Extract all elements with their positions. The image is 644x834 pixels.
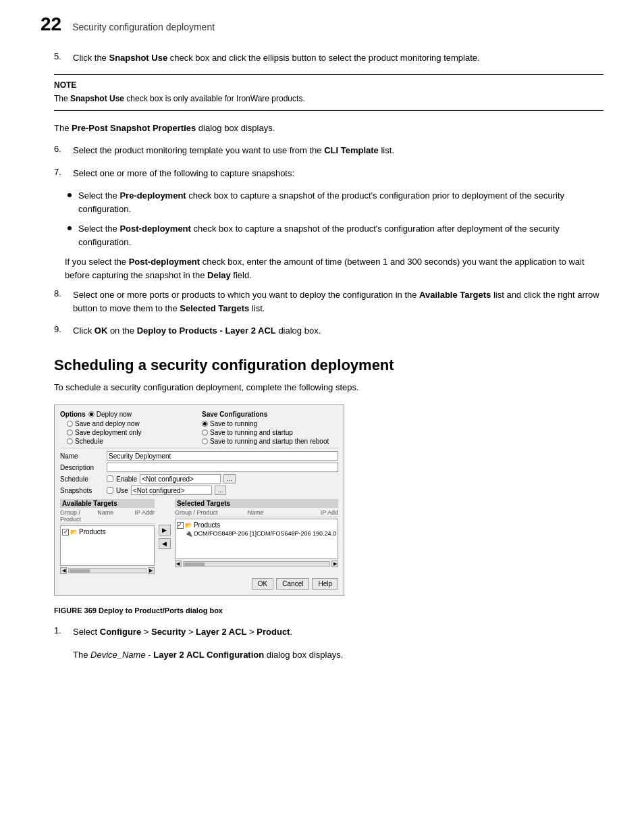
new-step-1-number: 1. [54,625,65,635]
options-label: Options [60,411,86,418]
description-input[interactable] [107,463,338,472]
schedule-row: Schedule Enable ... [60,474,338,484]
radio-save-reboot-item: Save to running and startup then reboot [202,438,338,445]
pre-post-ref: The Pre-Post Snapshot Properties dialog … [54,122,603,135]
selected-targets-cols: Group / Product Name IP Add [175,509,338,517]
dialog-divider-1 [60,448,338,448]
step-8: 8. Select one or more ports or products … [54,288,603,315]
new-step-1: 1. Select Configure > Security > Layer 2… [54,625,603,639]
configure-term: Configure [100,627,141,637]
snapshots-value-input[interactable] [131,486,212,495]
snapshots-row: Snapshots Use ... [60,486,338,495]
snapshots-label: Snapshots [60,487,104,494]
schedule-enable-checkbox[interactable] [107,475,113,482]
step-9-number: 9. [54,324,65,334]
radio-save-running-item: Save to running [202,420,338,427]
move-left-btn[interactable]: ◀ [159,538,171,549]
ok-button[interactable]: OK [252,578,273,590]
sel-scroll-left[interactable]: ◀ [175,561,182,567]
step-6-text: Select the product monitoring template y… [73,144,603,157]
content-section: 5. Click the Snapshot Use check box and … [54,51,603,661]
move-right-btn[interactable]: ▶ [159,525,171,536]
bullet-dot-2 [68,226,72,230]
step-6-number: 6. [54,144,65,154]
name-input[interactable] [107,451,338,461]
selected-products-label: Products [194,521,220,529]
figure-caption: FIGURE 369 Deploy to Product/Ports dialo… [54,606,603,615]
radio-save-running-label: Save to running [210,420,257,427]
selected-targets-title: Selected Targets [175,499,338,508]
available-products-item: ✓ 📂 Products [62,527,153,536]
selected-sub-icon: 🔌 [185,530,192,537]
sel-scrollbar[interactable] [183,561,330,567]
device-name-italic: Device_Name [90,650,146,660]
available-products-checkbox[interactable]: ✓ [62,529,69,536]
radio-deploy-now[interactable] [88,411,95,417]
radio-deploy-now-label: Deploy now [97,411,132,418]
description-label: Description [60,464,104,471]
layer2-acl-config-term: Layer 2 ACL Configuration [153,650,264,660]
radio-save-startup[interactable] [202,429,208,436]
cli-template-term: CLI Template [324,145,379,155]
targets-area: Available Targets Group / Product Name I… [60,499,338,574]
avail-col-ip: IP Addr [135,509,155,523]
bullet-list: Select the Pre-deployment check box to c… [68,189,603,249]
avail-scrollbar-thumb [70,569,90,573]
step-5-text: Click the Snapshot Use check box and cli… [73,51,603,65]
radio-save-reboot[interactable] [202,438,208,444]
name-row: Name [60,451,338,461]
radio-save-running[interactable] [202,421,208,427]
step-5: 5. Click the Snapshot Use check box and … [54,51,603,65]
schedule-ellipsis-btn[interactable]: ... [223,474,236,484]
avail-scrollbar[interactable] [68,568,146,573]
avail-col-group: Group / Product [60,509,95,523]
dialog-screenshot: Options Deploy now Save and deploy now S… [54,405,344,596]
snapshots-use-checkbox[interactable] [107,487,113,494]
radio-schedule-item: Schedule [67,438,195,445]
selected-targets-panel: ✓ 📂 Products 🔌 DCM/FOS848P-206 [1]CDM/FO… [175,519,338,559]
step-5-number: 5. [54,51,65,61]
chapter-title: Security configuration deployment [72,22,215,32]
note-text: The Snapshot Use check box is only avail… [54,93,603,105]
layer2-acl-term: Layer 2 ACL [196,627,246,637]
sub-paragraph: If you select the Post-deployment check … [65,255,603,282]
sel-scrollbar-row: ◀ ▶ [175,561,338,567]
sel-scroll-right[interactable]: ▶ [331,561,338,567]
avail-scroll-left[interactable]: ◀ [60,567,67,574]
save-configs-label: Save Configurations [202,411,338,418]
bullet-item-1: Select the Pre-deployment check box to c… [68,189,603,215]
selected-sub-label: DCM/FOS848P-206 [1]CDM/FOS648P-206 190.2… [194,530,336,537]
radio-schedule[interactable] [67,438,73,444]
help-button[interactable]: Help [312,578,338,590]
schedule-label: Schedule [60,475,104,483]
step-9: 9. Click OK on the Deploy to Products - … [54,324,603,338]
radio-save-only[interactable] [67,429,73,436]
pre-deployment-term: Pre-deployment [119,190,186,201]
snapshots-use-label: Use [116,487,128,494]
section-intro: To schedule a security configuration dep… [54,381,603,394]
bullet-item-2: Select the Post-deployment check box to … [68,222,603,249]
available-targets-col: Available Targets Group / Product Name I… [60,499,155,574]
step-7: 7. Select one or more of the following t… [54,167,603,180]
radio-save-only-label: Save deployment only [75,429,141,436]
dialog-left-options: Options Deploy now Save and deploy now S… [60,411,195,445]
chapter-number: 22 [41,14,61,35]
snapshots-ellipsis-btn[interactable]: ... [215,486,227,495]
radio-save-startup-item: Save to running and startup [202,429,338,436]
selected-products-icon: 📂 [185,522,192,529]
step-7-number: 7. [54,167,65,177]
schedule-enable-label: Enable [116,475,137,483]
sel-col-ip: IP Add [321,509,338,516]
bullet-dot-1 [68,193,72,197]
radio-save-only-item: Save deployment only [67,429,195,436]
selected-products-checkbox[interactable]: ✓ [177,522,184,529]
schedule-value-input[interactable] [140,474,221,484]
page-container: 22 Security configuration deployment 5. … [0,0,644,698]
options-header-row: Options Deploy now [60,411,195,418]
deploy-dialog-term: Deploy to Products - Layer 2 ACL [137,325,276,336]
step-8-number: 8. [54,288,65,298]
cancel-button[interactable]: Cancel [276,578,309,590]
radio-save-deploy[interactable] [67,421,73,427]
selected-targets-term: Selected Targets [180,303,249,313]
avail-scroll-right[interactable]: ▶ [148,567,155,574]
